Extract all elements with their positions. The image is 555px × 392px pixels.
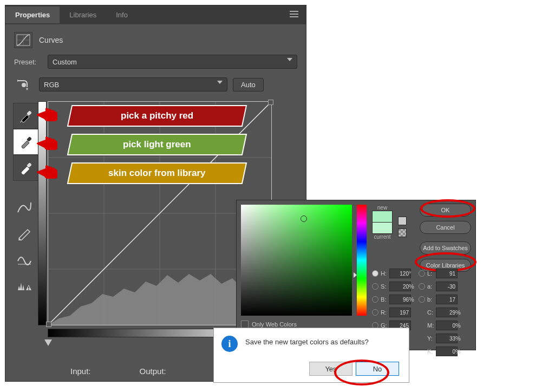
no-button[interactable]: No: [356, 362, 399, 376]
radio-r[interactable]: [372, 309, 378, 316]
preset-value: Custom: [53, 58, 77, 66]
curves-icon: [14, 32, 32, 48]
c-input[interactable]: [436, 308, 458, 317]
chevron-down-icon: [217, 81, 223, 84]
only-web-colors-label: Only Web Colors: [252, 321, 297, 328]
tab-bar: Properties Libraries Info: [5, 5, 306, 24]
websafe-warning-icon[interactable]: [398, 228, 407, 237]
checkbox-icon[interactable]: [241, 321, 249, 328]
pencil-icon[interactable]: [15, 225, 34, 241]
r-input[interactable]: [389, 308, 411, 317]
preset-label: Preset:: [14, 58, 42, 66]
radio-l[interactable]: [419, 270, 425, 277]
current-color-swatch[interactable]: [372, 223, 393, 234]
l-input[interactable]: [436, 269, 458, 278]
cancel-button[interactable]: Cancel: [420, 221, 471, 234]
current-label: current: [372, 234, 393, 240]
svg-point-6: [22, 83, 26, 87]
preset-row: Preset: Custom: [5, 50, 306, 73]
input-label: Input:: [70, 367, 91, 376]
add-to-swatches-button[interactable]: Add to Swatches: [420, 241, 471, 254]
y-input[interactable]: [436, 334, 458, 343]
adjustment-header: Curves: [5, 24, 306, 50]
chevron-down-icon: [287, 58, 292, 61]
channel-value: RGB: [44, 81, 59, 89]
pointer-hand-icon: [36, 135, 57, 151]
m-input[interactable]: [436, 321, 458, 330]
panel-menu-icon[interactable]: [282, 5, 306, 24]
a-input[interactable]: [436, 282, 458, 291]
tab-info[interactable]: Info: [106, 6, 138, 23]
bv-input[interactable]: [389, 295, 411, 304]
gamut-warning-icon[interactable]: [398, 217, 407, 225]
eyedropper-gray-point[interactable]: [13, 129, 39, 155]
svg-rect-12: [28, 289, 29, 290]
annotation-red: pick a pitchy red: [67, 105, 247, 127]
black-point-slider[interactable]: [44, 339, 52, 346]
pointer-hand-icon: [36, 164, 57, 180]
input-output-readout: Input: Output:: [70, 367, 166, 376]
smooth-points-icon[interactable]: [15, 251, 34, 267]
hue-slider-handle[interactable]: [354, 272, 357, 278]
curves-edit-tools: [15, 199, 34, 293]
radio-a[interactable]: [419, 283, 425, 290]
svg-rect-11: [28, 286, 29, 289]
labb-input[interactable]: [436, 295, 458, 304]
dialog-message: Save the new target colors as defaults?: [245, 338, 369, 346]
ok-button[interactable]: OK: [420, 204, 471, 217]
k-input[interactable]: [436, 347, 458, 356]
eyedropper-black-point[interactable]: [13, 103, 39, 129]
radio-h[interactable]: [372, 270, 378, 277]
smooth-curve-icon[interactable]: [15, 199, 34, 215]
auto-button[interactable]: Auto: [233, 78, 264, 92]
color-swatches: new current: [372, 205, 393, 240]
only-web-colors[interactable]: Only Web Colors: [241, 321, 297, 328]
radio-b[interactable]: [372, 296, 378, 303]
eyedropper-tools: [13, 103, 39, 181]
info-icon: i: [221, 336, 238, 352]
tab-properties[interactable]: Properties: [5, 6, 60, 23]
new-color-swatch: [372, 211, 393, 223]
radio-s[interactable]: [372, 283, 378, 290]
radio-lab-b[interactable]: [419, 296, 425, 303]
eyedropper-white-point[interactable]: [13, 155, 39, 181]
hue-slider[interactable]: [357, 205, 367, 316]
h-input[interactable]: [389, 269, 411, 278]
dialog-buttons: Yes No: [309, 362, 399, 376]
color-sample-marker[interactable]: [301, 215, 307, 222]
adjustment-title: Curves: [39, 36, 63, 44]
new-label: new: [372, 205, 393, 211]
picker-buttons: OK Cancel Add to Swatches Color Librarie…: [420, 204, 471, 272]
on-image-adjust-icon[interactable]: [14, 77, 34, 92]
curve-point-white[interactable]: [268, 100, 273, 105]
pointer-hand-icon: [36, 106, 57, 122]
tab-libraries[interactable]: Libraries: [60, 6, 106, 23]
color-field[interactable]: [241, 205, 352, 316]
channel-row: RGB Auto: [5, 73, 306, 96]
channel-dropdown[interactable]: RGB: [39, 77, 227, 92]
histogram-warning-icon[interactable]: [15, 277, 34, 293]
save-defaults-dialog: i Save the new target colors as defaults…: [213, 328, 409, 383]
annotation-skin: skin color from library: [67, 162, 247, 184]
preset-dropdown[interactable]: Custom: [48, 55, 297, 69]
annotation-green: pick light green: [67, 134, 247, 155]
curve-point-black[interactable]: [46, 322, 51, 327]
s-input[interactable]: [389, 282, 411, 291]
yes-button[interactable]: Yes: [309, 362, 352, 376]
output-label: Output:: [140, 367, 166, 376]
